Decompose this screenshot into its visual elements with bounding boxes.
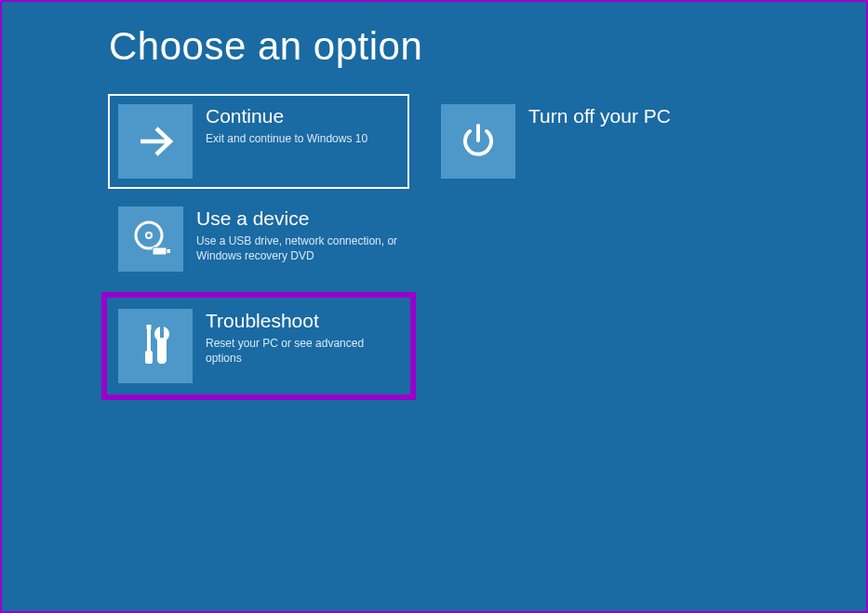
svg-point-4 [147,233,151,237]
page-title: Choose an option [109,24,866,69]
troubleshoot-desc: Reset your PC or see advanced options [206,336,399,366]
troubleshoot-option[interactable]: Troubleshoot Reset your PC or see advanc… [109,300,408,393]
svg-rect-10 [147,325,152,329]
svg-rect-8 [147,328,151,351]
use-device-desc: Use a USB drive, network connection, or … [196,233,399,263]
continue-title: Continue [206,104,399,127]
troubleshoot-title: Troubleshoot [206,309,399,332]
disc-usb-icon [118,207,183,272]
continue-desc: Exit and continue to Windows 10 [206,131,399,146]
svg-rect-9 [145,351,153,364]
turnoff-option[interactable]: Turn off your PC [432,95,692,188]
power-icon [441,104,515,179]
arrow-right-icon [118,104,193,179]
use-device-title: Use a device [196,207,399,230]
svg-rect-11 [160,326,164,338]
tools-icon [118,309,193,383]
svg-rect-5 [153,247,167,255]
continue-option[interactable]: Continue Exit and continue to Windows 10 [109,95,408,188]
turnoff-title: Turn off your PC [528,104,683,127]
use-device-option[interactable]: Use a device Use a USB drive, network co… [109,197,408,281]
svg-rect-6 [167,249,170,253]
options-grid: Continue Exit and continue to Windows 10 [109,95,866,393]
